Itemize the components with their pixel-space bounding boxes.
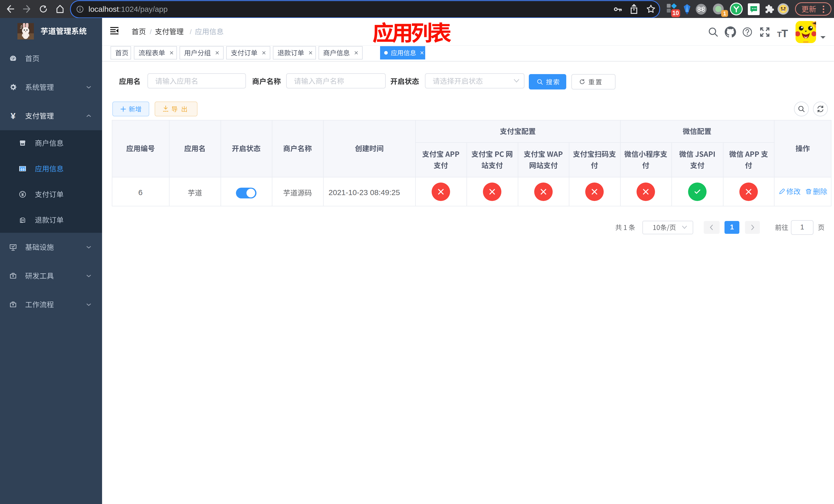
svg-text:10: 10: [673, 10, 679, 17]
svg-text:1: 1: [723, 10, 726, 17]
